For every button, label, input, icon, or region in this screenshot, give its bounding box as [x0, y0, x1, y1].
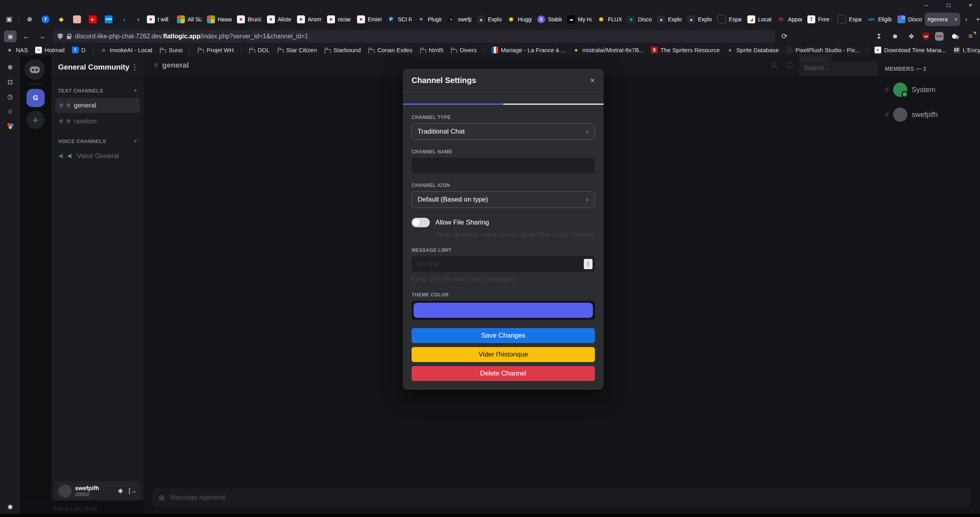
close-window-button[interactable]: × [967, 2, 974, 8]
firefox-sidebar-icon[interactable]: ⊡ [6, 78, 14, 86]
firefox-view-button[interactable]: ▣ [3, 13, 15, 25]
save-changes-button[interactable]: Save Changes [412, 328, 595, 343]
toolbar-icon[interactable]: ≡ [965, 31, 976, 42]
bookmark-item[interactable]: Divers [450, 47, 477, 53]
clear-history-button[interactable]: Vider l'historique [412, 347, 595, 362]
user-settings-gear-icon[interactable]: ✱ [118, 487, 123, 495]
member-row[interactable]: # swefpifh [885, 108, 974, 122]
browser-tab[interactable]: ♥ Alister [264, 13, 294, 26]
bookmark-item[interactable] [93, 46, 93, 53]
pinned-tab[interactable]: ◆ [53, 13, 69, 26]
user-avatar[interactable] [58, 485, 71, 498]
browser-tab[interactable]: f Free : [805, 13, 835, 26]
close-tab-icon[interactable]: × [954, 16, 957, 23]
add-text-channel-button[interactable]: + [134, 87, 137, 94]
browser-tab[interactable]: ☻ Huggi [504, 13, 534, 26]
firefox-sidebar-icon[interactable]: ☆ [6, 107, 14, 115]
browser-tab[interactable]: ✦ Plugin [414, 13, 444, 26]
browser-tab[interactable]: S Stable [534, 13, 564, 26]
pinned-tab[interactable]: DSM [101, 13, 117, 26]
browser-tab[interactable]: ♥ t will [144, 13, 174, 26]
minimize-button[interactable]: – [923, 2, 929, 8]
bookmark-item[interactable]: Starbound [324, 47, 361, 53]
bookmark-item[interactable]: ☻ mistralai/Mixtral-8x7B... [573, 47, 644, 53]
firefox-sidebar-icon[interactable]: ◷ [6, 92, 14, 100]
bookmark-item[interactable]: ♥ Download Time Mana... [875, 47, 946, 53]
pinned-tab[interactable] [69, 13, 85, 26]
pinned-tab[interactable]: ▶ [85, 13, 101, 26]
theme-color-swatch[interactable] [414, 303, 593, 318]
bookmark-item[interactable]: EF L'Encyclopédie Fantast... [954, 47, 980, 53]
toolbar-icon[interactable] [949, 31, 960, 42]
browser-tab[interactable]: ◆ Discor [624, 13, 655, 26]
spinner-down-icon[interactable]: ∨ [587, 264, 589, 267]
browser-tab[interactable]: adn Eligibi [865, 13, 895, 26]
maximize-button[interactable]: □ [945, 2, 952, 8]
channel-icon-select[interactable]: Default (Based on type) ∨ [412, 191, 595, 208]
browser-tab[interactable]: All Siz [174, 13, 204, 26]
browser-tab[interactable]: ♥ niciar [324, 13, 354, 26]
close-modal-icon[interactable]: × [590, 75, 595, 85]
file-sharing-toggle[interactable] [412, 218, 430, 227]
bookmark-item[interactable]: ◎ InvokeAI - Local [100, 47, 152, 53]
scroll-tabs-left-button[interactable]: ‹ [132, 13, 144, 25]
browser-tab[interactable]: ◢ Locati [745, 13, 775, 26]
browser-tab[interactable]: ♥ Aromy [294, 13, 324, 26]
browser-tab[interactable]: P SCI RE [384, 13, 414, 26]
tracking-protection-shield-icon[interactable] [58, 34, 63, 40]
scroll-tabs-right-button[interactable]: › [960, 13, 972, 25]
toolbar-icon[interactable]: ❖ [906, 31, 917, 42]
sidebar-settings-gear-icon[interactable]: ✱ [0, 503, 20, 511]
add-server-button[interactable]: + [26, 111, 45, 129]
bookmark-item[interactable]: Suno [159, 47, 182, 53]
logout-icon[interactable]: [→ [129, 487, 137, 495]
browser-tab[interactable]: ♥ Bruni2 [234, 13, 264, 26]
member-row[interactable]: # System [885, 83, 974, 97]
sidebar-toggle-button[interactable]: ▣ [4, 30, 17, 42]
firefox-sidebar-icon[interactable] [6, 122, 14, 130]
bookmark-item[interactable] [241, 46, 241, 53]
bookmark-item[interactable] [190, 46, 190, 53]
lock-icon[interactable] [67, 36, 71, 39]
browser-tab[interactable]: Hawai [204, 13, 234, 26]
browser-tab[interactable]: ▲ Explor [685, 13, 715, 26]
bookmark-item[interactable] [867, 46, 867, 53]
voice-channel-item[interactable]: Voice General [55, 149, 140, 164]
bookmark-item[interactable]: f D [72, 47, 86, 53]
forward-button[interactable]: → [36, 30, 48, 42]
number-spinner[interactable]: ∧ ∨ [584, 259, 593, 269]
toolbar-icon[interactable]: ↧ [873, 31, 884, 42]
bookmark-item[interactable]: DDL [248, 47, 270, 53]
browser-tab-active[interactable]: #genera × [925, 13, 960, 26]
channel-type-select[interactable]: Traditional Chat ∨ [412, 123, 595, 140]
bookmark-item[interactable]: ♟ Sprite Database [727, 47, 779, 53]
pinned-tab[interactable]: ◗ [117, 13, 132, 26]
bookmark-item[interactable]: Projet WH [197, 47, 233, 53]
bookmark-item[interactable]: Star Citizen [277, 47, 317, 53]
toolbar-icon[interactable] [935, 32, 944, 41]
bookmark-item[interactable]: ✉ Hotmail [35, 47, 65, 53]
browser-tab[interactable]: ☻ FLUX.1 [594, 13, 624, 26]
bookmark-item[interactable]: ⊕ NAS [6, 47, 28, 53]
bookmark-item[interactable] [484, 46, 484, 53]
toolbar-icon[interactable]: U0 [922, 32, 930, 41]
members-toggle-icon[interactable] [771, 62, 778, 69]
message-limit-input[interactable]: No limit ∧ ∨ [412, 256, 595, 272]
channel-item[interactable]: # # random [55, 114, 140, 129]
bookmark-item[interactable]: html5 [419, 47, 444, 53]
browser-tab[interactable]: SL Appar [775, 13, 805, 26]
attach-plus-icon[interactable]: ⊕ [158, 493, 165, 502]
browser-tab[interactable]: ☁ My Ha [564, 13, 594, 26]
url-bar[interactable]: discord-like-php-chat-7262.dev.flatlogic… [53, 30, 775, 43]
browser-tab[interactable]: ♥ Emie0 [354, 13, 384, 26]
discord-home-button[interactable] [24, 59, 45, 80]
browser-tab[interactable]: Espace ab [835, 13, 865, 26]
pinned-tab[interactable]: f [38, 13, 53, 26]
firefox-sidebar-icon[interactable]: ✻ [6, 63, 14, 71]
back-button[interactable]: ← [20, 30, 32, 42]
search-input[interactable] [799, 61, 878, 75]
modal-tab[interactable] [503, 92, 604, 105]
reload-button[interactable]: ⟳ [778, 30, 791, 42]
theme-color-picker[interactable] [412, 301, 595, 320]
bookmark-item[interactable]: PixelPlush Studio - Pix... [786, 47, 860, 53]
